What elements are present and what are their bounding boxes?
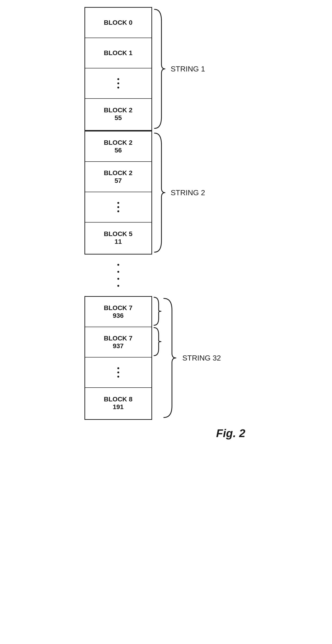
string32-big-bracket: STRING 32 (161, 296, 221, 420)
string32-bracket-svg (161, 296, 178, 420)
block5-11-label1: BLOCK 5 (104, 230, 132, 238)
block7-937-label2: 937 (113, 342, 124, 350)
block2-56-label1: BLOCK 2 (104, 139, 132, 147)
string32-label: STRING 32 (182, 354, 221, 362)
dot5 (117, 206, 119, 208)
string32-dots (85, 358, 151, 388)
block2-57-label2: 57 (115, 177, 122, 184)
block2-55-cell: BLOCK 2 55 (85, 99, 151, 129)
string2-blocks: BLOCK 2 56 BLOCK 2 57 BLOCK 5 11 (84, 131, 152, 254)
string2-bracket-svg (152, 131, 166, 254)
block7-937-label1: BLOCK 7 (104, 334, 132, 342)
block7-936-label2: 936 (113, 312, 124, 320)
dot1 (117, 78, 119, 80)
string2-dots (85, 192, 151, 222)
block2-57-cell: BLOCK 2 57 (85, 162, 151, 192)
string1-label: STRING 1 (171, 65, 205, 73)
block5-11-label2: 11 (115, 238, 122, 246)
block0-label: BLOCK 0 (104, 19, 132, 26)
dot7 (117, 367, 119, 369)
mgdot2 (117, 271, 119, 273)
string32-blocks: BLOCK 7 936 BLOCK 7 937 BLOCK 8 191 (84, 296, 152, 420)
mgdot4 (117, 285, 119, 287)
block0-cell: BLOCK 0 (85, 8, 151, 38)
mgdot1 (117, 264, 119, 266)
block8-191-cell: BLOCK 8 191 (85, 388, 151, 418)
string32-section: BLOCK 7 936 BLOCK 7 937 BLOCK 8 191 (84, 296, 248, 420)
block8-191-label2: 191 (113, 403, 124, 411)
block2-56-cell: BLOCK 2 56 (85, 132, 151, 162)
block1-cell: BLOCK 1 (85, 38, 151, 68)
string2-label: STRING 2 (171, 188, 205, 197)
dot2 (117, 82, 119, 84)
block2-55-label1: BLOCK 2 (104, 106, 132, 114)
block7-937-cell: BLOCK 7 937 (85, 327, 151, 358)
dot9 (117, 376, 119, 378)
block2-57-label1: BLOCK 2 (104, 169, 132, 177)
string1-blocks: BLOCK 0 BLOCK 1 BLOCK 2 55 (84, 7, 152, 131)
block7-936-label1: BLOCK 7 (104, 304, 132, 312)
dot8 (117, 372, 119, 373)
string2-section: BLOCK 2 56 BLOCK 2 57 BLOCK 5 11 (84, 131, 248, 254)
block5-11-cell: BLOCK 5 11 (85, 222, 151, 253)
middle-gap-dots (84, 254, 152, 296)
string1-dots (85, 68, 151, 99)
string1-bracket-area: STRING 1 (152, 7, 205, 131)
figure-label-area: Fig. 2 (84, 427, 248, 440)
dot3 (117, 87, 119, 88)
block8-191-label1: BLOCK 8 (104, 395, 132, 403)
block2-55-label2: 55 (115, 114, 122, 122)
block1-label: BLOCK 1 (104, 49, 132, 57)
figure-label: Fig. 2 (216, 427, 245, 440)
block7-936-cell: BLOCK 7 936 (85, 297, 151, 327)
dot4 (117, 202, 119, 204)
string1-bracket-svg (152, 7, 166, 131)
string2-bracket-area: STRING 2 (152, 131, 205, 254)
dot6 (117, 210, 119, 212)
mgdot3 (117, 278, 119, 280)
block2-56-label2: 56 (115, 147, 122, 154)
